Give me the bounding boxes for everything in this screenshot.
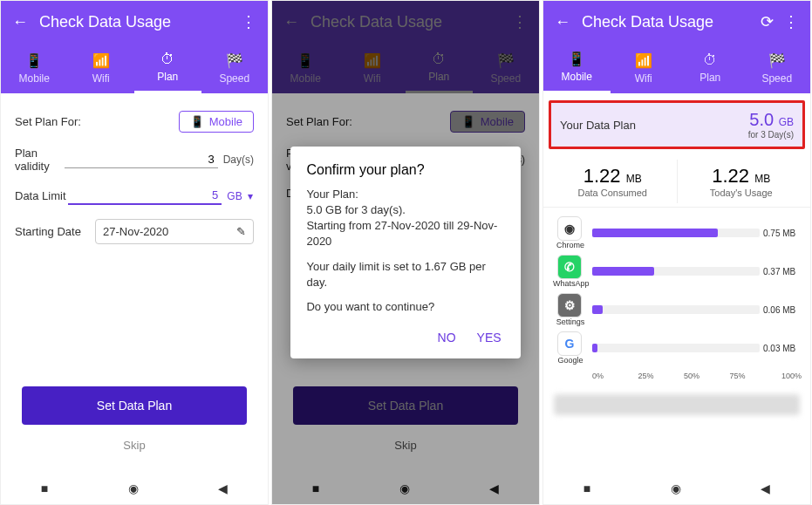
app-usage-list: ◉Chrome0.75 MB✆WhatsApp0.37 MB⚙Settings0… xyxy=(543,207,810,389)
usage-value: 0.75 MB xyxy=(763,229,802,238)
usage-bar xyxy=(592,344,760,352)
top-tabs: 📱Mobile 📶Wifi ⏱Plan 🏁Speed xyxy=(1,43,268,93)
starting-date-label: Starting Date xyxy=(15,225,95,238)
starting-date-picker[interactable]: 27-Nov-2020 ✎ xyxy=(95,219,254,244)
confirm-plan-dialog: Confirm your plan? Your Plan: 5.0 GB for… xyxy=(290,147,520,358)
usage-value: 0.37 MB xyxy=(763,267,802,276)
app-name: WhatsApp xyxy=(553,279,588,288)
usage-stats: 1.22 MB Data Consumed 1.22 MB Today's Us… xyxy=(549,160,805,203)
plan-icon: ⏱ xyxy=(160,51,174,67)
plan-validity-input[interactable] xyxy=(65,151,218,168)
back-icon[interactable]: ← xyxy=(8,13,32,31)
skip-button[interactable]: Skip xyxy=(15,428,254,462)
refresh-icon[interactable]: ⟳ xyxy=(754,12,779,31)
nav-back-icon[interactable]: ◀ xyxy=(218,481,228,495)
app-icon: G xyxy=(557,331,582,356)
usage-value: 0.06 MB xyxy=(763,305,802,315)
set-plan-for-label: Set Plan For: xyxy=(15,115,95,128)
dialog-title: Confirm your plan? xyxy=(306,162,504,178)
data-limit-label: Data Limit xyxy=(15,189,68,202)
back-icon[interactable]: ← xyxy=(550,13,575,31)
mobile-icon: 📱 xyxy=(190,115,204,128)
tab-speed[interactable]: 🏁Speed xyxy=(201,43,269,93)
dialog-yes-button[interactable]: YES xyxy=(477,331,502,345)
edit-icon: ✎ xyxy=(236,225,246,238)
tab-mobile[interactable]: 📱Mobile xyxy=(543,43,611,93)
wifi-icon: 📶 xyxy=(92,52,110,69)
app-icon: ◉ xyxy=(557,216,582,241)
nav-recent-icon[interactable]: ■ xyxy=(583,481,590,495)
tab-speed[interactable]: 🏁Speed xyxy=(744,43,811,93)
modal-overlay[interactable]: Confirm your plan? Your Plan: 5.0 GB for… xyxy=(272,1,539,504)
screen-confirm-dialog: ← Check Data Usage ⋮ 📱Mobile 📶Wifi ⏱Plan… xyxy=(271,0,540,505)
usage-bar xyxy=(592,305,760,314)
plan-banner-label: Your Data Plan xyxy=(560,119,748,132)
set-plan-for-button[interactable]: 📱 Mobile xyxy=(179,111,254,133)
tab-plan[interactable]: ⏱Plan xyxy=(677,43,744,93)
screen-plan-form: ← Check Data Usage ⋮ 📱Mobile 📶Wifi ⏱Plan… xyxy=(0,0,269,505)
app-usage-row[interactable]: ◉Chrome0.75 MB xyxy=(552,216,802,249)
overflow-icon[interactable]: ⋮ xyxy=(236,12,261,31)
nav-home-icon[interactable]: ◉ xyxy=(128,481,139,495)
nav-recent-icon[interactable]: ■ xyxy=(41,481,48,495)
screen-mobile-usage: ← Check Data Usage ⟳ ⋮ 📱Mobile 📶Wifi ⏱Pl… xyxy=(542,0,811,505)
tab-mobile[interactable]: 📱Mobile xyxy=(1,43,68,93)
data-plan-banner[interactable]: Your Data Plan 5.0 GB for 3 Day(s) xyxy=(549,100,805,149)
speed-icon: 🏁 xyxy=(226,52,243,69)
stat-todays-usage: 1.22 MB Today's Usage xyxy=(677,160,806,203)
app-name: Chrome xyxy=(553,241,588,249)
app-header: ← Check Data Usage ⋮ xyxy=(1,1,268,43)
app-title: Check Data Usage xyxy=(39,13,236,31)
stat-data-consumed: 1.22 MB Data Consumed xyxy=(549,160,677,203)
usage-value: 0.03 MB xyxy=(763,344,802,353)
app-usage-row[interactable]: GGoogle0.03 MB xyxy=(552,331,802,365)
set-data-plan-button[interactable]: Set Data Plan xyxy=(22,386,247,425)
blurred-row xyxy=(554,394,800,415)
overflow-icon[interactable]: ⋮ xyxy=(779,12,803,31)
plan-validity-unit: Day(s) xyxy=(218,154,254,166)
data-limit-unit-dropdown[interactable]: GB ▾ xyxy=(222,190,254,202)
usage-bar xyxy=(592,267,760,276)
android-navbar: ■ ◉ ◀ xyxy=(543,473,810,504)
usage-bar xyxy=(592,229,760,237)
app-header: ← Check Data Usage ⟳ ⋮ xyxy=(543,1,810,43)
app-usage-row[interactable]: ✆WhatsApp0.37 MB xyxy=(552,255,802,288)
plan-form-body: Set Plan For: 📱 Mobile Plan validity Day… xyxy=(1,93,268,473)
dialog-no-button[interactable]: NO xyxy=(438,331,456,345)
nav-back-icon[interactable]: ◀ xyxy=(761,481,770,495)
app-usage-row[interactable]: ⚙Settings0.06 MB xyxy=(552,293,802,326)
top-tabs: 📱Mobile 📶Wifi ⏱Plan 🏁Speed xyxy=(543,43,810,93)
nav-home-icon[interactable]: ◉ xyxy=(671,481,681,495)
app-icon: ✆ xyxy=(557,255,582,279)
data-limit-input[interactable] xyxy=(68,187,222,205)
app-name: Settings xyxy=(553,317,588,326)
tab-wifi[interactable]: 📶Wifi xyxy=(611,43,678,93)
app-icon: ⚙ xyxy=(557,293,582,317)
usage-axis: 0%25%50%75%100% xyxy=(552,370,802,386)
android-navbar: ■ ◉ ◀ xyxy=(1,473,268,504)
mobile-icon: 📱 xyxy=(25,52,43,69)
app-name: Google xyxy=(553,356,588,365)
app-title: Check Data Usage xyxy=(582,13,754,31)
tab-plan[interactable]: ⏱Plan xyxy=(134,43,201,93)
plan-validity-label: Plan validity xyxy=(15,147,65,173)
tab-wifi[interactable]: 📶Wifi xyxy=(68,43,135,93)
